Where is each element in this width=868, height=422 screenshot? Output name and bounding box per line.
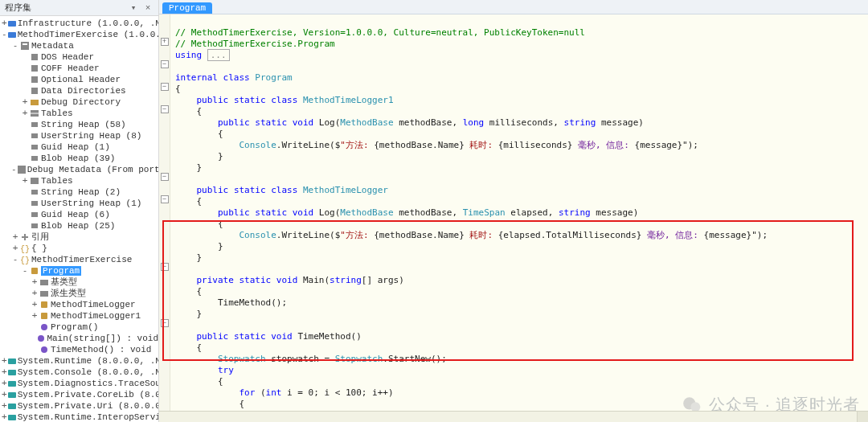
tree-body[interactable]: + Infrastructure (1.0.0.0, .NETCoreApp, … [0,16,158,422]
tree-item[interactable]: Blob Heap (39) [0,153,158,164]
fold-mtl1-icon[interactable]: − [161,83,169,91]
code-area[interactable]: + − − − − − − − // MethodTimerExercise, … [159,14,868,422]
heap-icon [29,131,40,141]
tree-item[interactable]: UserString Heap (8) [0,130,158,141]
svg-rect-30 [41,346,47,353]
tree-item[interactable]: Data Directories [0,85,158,96]
tree-item[interactable]: +派生类型 [0,288,158,299]
tree-item[interactable]: +Tables [0,108,158,119]
tree-item[interactable]: +Debug Directory [0,96,158,108]
tree-item[interactable]: +Tables [0,175,158,186]
svg-rect-18 [31,201,38,206]
tree-item-infra[interactable]: + Infrastructure (1.0.0.0, .NETCoreApp, … [0,18,158,29]
expand-icon[interactable]: + [2,18,7,29]
expand-icon[interactable]: + [31,299,39,310]
fold-mtl-icon[interactable]: − [161,173,169,181]
expand-icon[interactable]: + [21,96,29,108]
refs-icon [19,232,31,242]
expand-icon[interactable]: + [2,389,7,400]
svg-rect-31 [8,358,16,364]
tree-item-asm[interactable]: +System.Private.Uri (8.0.0.0, .NETCoreAp… [0,400,158,412]
tree-item[interactable]: Blob Heap (25) [0,220,158,231]
tree-tool-dropdown-icon[interactable]: ▾ [128,2,139,14]
expand-icon[interactable]: + [31,288,39,299]
tree-item-metadata[interactable]: - Metadata [0,40,158,51]
tree-tool-close-icon[interactable]: × [142,2,154,14]
svg-rect-11 [31,122,38,127]
tree-item[interactable]: Guid Heap (6) [0,209,158,220]
tree-item-asm[interactable]: +System.Private.CoreLib (8.0.0.0, .NETCo… [0,389,158,400]
tree-item[interactable]: UserString Heap (1) [0,198,158,209]
heap-icon [29,142,40,152]
class-icon [39,311,50,321]
expand-icon[interactable]: + [11,243,19,254]
expand-icon[interactable]: + [31,310,39,322]
fold-log2-icon[interactable]: − [161,195,169,203]
tree-item-asm[interactable]: +System.Console (8.0.0.0, .NETCoreApp, v… [0,367,158,378]
assembly-icon [7,18,17,28]
tab-bar: Program [159,0,868,14]
expand-icon[interactable]: + [11,231,19,243]
tree-item-refs[interactable]: +引用 [0,231,158,243]
collapse-icon[interactable]: - [11,164,17,175]
collapse-icon[interactable]: - [21,265,29,277]
tree-item-dbgmeta[interactable]: - Debug Metadata (From portable PDB) [0,164,158,175]
tree-item[interactable]: String Heap (2) [0,186,158,198]
tree-title: 程序集 [5,2,31,14]
tree-item[interactable]: Optional Header [0,74,158,85]
heap-icon [29,120,40,129]
svg-rect-20 [31,223,38,228]
svg-rect-3 [23,43,27,45]
svg-rect-17 [31,190,38,195]
tree-item-ns-empty[interactable]: +{}{ } [0,243,158,254]
tree-item[interactable]: Guid Heap (1) [0,141,158,153]
collapse-icon[interactable]: - [11,254,19,265]
tree-item-asm[interactable]: +System.Runtime.InteropServices (8.0.0.0… [0,412,158,422]
tree-item[interactable]: String Heap (58) [0,119,158,130]
svg-rect-23 [31,268,38,274]
tree-item-mtl1[interactable]: +MethodTimeLogger1 [0,310,158,322]
fold-class-icon[interactable]: − [161,60,169,68]
tables-icon [29,176,40,186]
expand-icon[interactable]: + [21,108,29,119]
svg-rect-24 [40,280,48,285]
collapse-icon[interactable]: - [11,40,19,51]
expand-icon[interactable]: + [2,412,7,422]
tree-item-program[interactable]: -Program [0,265,158,277]
expand-icon[interactable]: + [2,378,7,389]
fold-main-icon[interactable]: − [161,263,169,271]
fold-tm-icon[interactable]: − [161,319,169,327]
tree-item-main[interactable]: Main(string[]) : void [0,333,158,344]
fold-using-icon[interactable]: + [161,38,169,46]
expand-icon[interactable]: + [2,367,7,378]
svg-rect-0 [8,21,16,27]
tree-item[interactable]: COFF Header [0,63,158,74]
tree-item[interactable]: DOS Header [0,51,158,63]
tree-item[interactable]: +基类型 [0,277,158,288]
tree-item-mtl[interactable]: +MethodTimeLogger [0,299,158,310]
svg-rect-33 [8,381,16,387]
svg-rect-28 [41,324,47,330]
metadata-icon [17,165,27,174]
svg-rect-2 [21,42,29,50]
svg-rect-26 [41,301,47,308]
tree-item-mte[interactable]: - MethodTimerExercise (1.0.0.0, .NETCore… [0,29,158,40]
horizontal-scrollbar[interactable] [159,411,868,422]
tree-item-tm[interactable]: TimeMethod() : void [0,344,158,355]
fold-log1-icon[interactable]: − [161,105,169,113]
expand-icon[interactable]: + [2,400,7,412]
code-lines[interactable]: // MethodTimerExercise, Version=1.0.0.0,… [170,14,868,422]
tab-program[interactable]: Program [162,2,212,14]
tree-item-asm[interactable]: +System.Diagnostics.TraceSource (8.0.0.0… [0,378,158,389]
assembly-icon [7,367,17,377]
tree-item-ctor[interactable]: Program() [0,322,158,333]
expand-icon[interactable]: + [21,175,29,186]
tree-item-ns-main[interactable]: -{}MethodTimerExercise [0,254,158,265]
collapse-icon[interactable]: - [2,29,7,40]
namespace-icon: {} [19,244,31,253]
header-icon [29,52,40,62]
tree-item-asm[interactable]: +System.Runtime (8.0.0.0, .NETCoreApp, v… [0,355,158,367]
expand-icon[interactable]: + [2,355,7,367]
expand-icon[interactable]: + [31,277,39,288]
assembly-icon [7,412,17,422]
